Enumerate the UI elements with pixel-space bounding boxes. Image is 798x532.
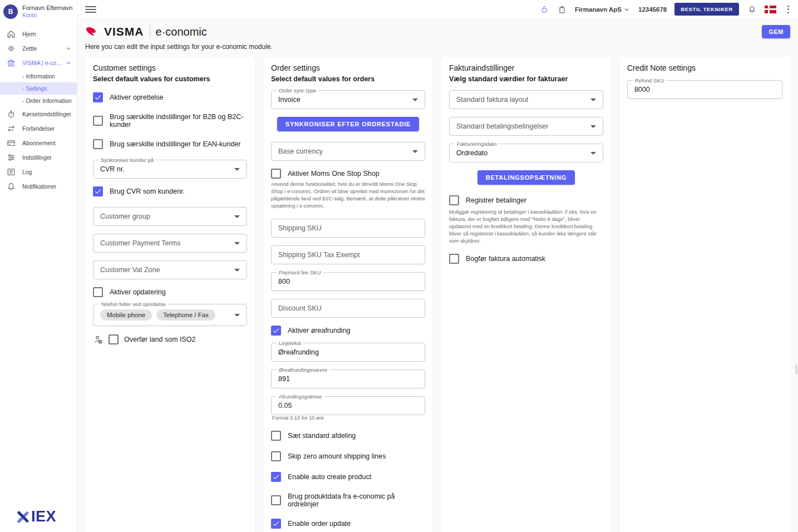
checkbox-aktiver-oreafrunding[interactable]: Aktiver øreafrunding [271,326,425,336]
checkbox-unchecked-icon[interactable] [449,254,459,264]
checkbox-checked-icon[interactable] [271,472,281,482]
checkbox-aktiver-opdatering[interactable]: Aktiver opdatering [93,287,247,297]
checkbox-moms-one-stop-shop[interactable]: Aktiver Moms One Stop Shop [271,169,425,179]
order-sync-type-select[interactable]: Order sync type Invoice [271,90,425,109]
sidebar-item-koerselsindstillinger[interactable]: Kørselsindstillinger [0,107,77,121]
sidebar-item-abonnement[interactable]: Abonnement [0,136,77,150]
shipping-sku-input[interactable] [271,219,425,238]
chevron-down-icon [65,45,72,52]
sidebar-item-forbindelser[interactable]: Forbindelser [0,121,77,136]
field-label: Afrundingsgrænse [277,393,324,400]
checkbox-skip-zero-shipping[interactable]: Skip zero amount shipping lines [271,451,425,461]
checkbox-unchecked-icon[interactable] [93,287,103,297]
checkbox-order-update[interactable]: Enable order update [271,519,425,529]
checkbox-label: Sæt standard afdeling [288,432,356,440]
checkbox-aktiver-oprettelse[interactable]: Aktiver oprettelse [93,92,247,102]
faktureringsdato-select[interactable]: Faktureringsdato Ordredato [449,144,603,162]
checkbox-checked-icon[interactable] [271,326,281,336]
lock-icon[interactable] [539,4,549,14]
kebab-menu-icon[interactable] [784,4,792,14]
refund-sku-input[interactable]: Refund SKU [627,80,782,99]
checkbox-ean-kunder[interactable]: Brug særskilte indstillinger for EAN-kun… [93,139,247,149]
menu-icon[interactable] [85,6,96,13]
sidebar-subitem-order-information[interactable]: - Order Information [0,95,77,107]
company-name: Firmanavn ApS [575,6,622,13]
checkbox-auto-create-product[interactable]: Enable auto create product [271,472,425,482]
field-placeholder: Base currency [278,147,323,155]
bestil-tekniker-button[interactable]: BESTIL TEKNIKER [674,3,739,16]
checkbox-unchecked-icon[interactable] [93,116,103,126]
user-block[interactable]: B Fornavn Efternavn Konto [0,0,77,23]
company-selector[interactable]: Firmanavn ApS [575,6,630,13]
sidebar-item-notifikationer[interactable]: Notifikationer [0,179,77,194]
checkbox-checked-icon[interactable] [271,519,281,529]
customer-vat-zone-select[interactable]: Customer Vat Zone [93,260,247,279]
chip-telephone-fax[interactable]: Telephone / Fax [156,309,215,321]
betalingsbetingelser-select[interactable]: Standard betalingsbetingelser [449,117,603,136]
checkbox-unchecked-icon[interactable] [109,334,119,344]
chip-mobile-phone[interactable]: Mobile phone [100,309,152,321]
checkbox-checked-icon[interactable] [93,186,103,196]
linjetekst-input[interactable]: Linjetekst [271,343,425,362]
sidebar-item-indstillinger[interactable]: Indstillinger [0,150,77,165]
sidebar-subitem-settings[interactable]: - Settings [0,82,77,95]
dropdown-arrow-icon [590,98,596,101]
shipping-sku-field[interactable] [278,219,408,237]
card-title: Fakturaindstillinger [449,63,603,72]
checkbox-bogfoer-automatisk[interactable]: Bogfør faktura automatisk [449,254,603,264]
afrundingsgraense-input[interactable]: Afrundingsgrænse [271,396,425,415]
customer-group-select[interactable]: Customer group [93,207,247,226]
dropdown-arrow-icon [234,314,240,317]
checkbox-produktdata[interactable]: Brug produktdata fra e-conomic på ordrel… [271,492,425,508]
payment-fee-sku-input[interactable]: Payment fee SKU [271,272,425,291]
topbar: Firmanavn ApS 12345678 BESTIL TEKNIKER [77,0,798,18]
avatar[interactable]: B [3,4,18,19]
clipboard-icon[interactable] [557,4,567,14]
checkbox-unchecked-icon[interactable] [93,139,103,149]
synkroniser-ordrestadie-button[interactable]: SYNKRONISER EFTER ORDRESTADIE [277,117,419,131]
checkbox-unchecked-icon[interactable] [449,195,459,205]
sidebar-subitem-information[interactable]: - Information [0,70,77,82]
checkbox-unchecked-icon[interactable] [271,495,281,505]
customer-payment-terms-select[interactable]: Customer Payment Terms [93,234,247,253]
checkbox-unchecked-icon[interactable] [271,451,281,461]
bank-icon [6,57,17,68]
checkbox-unchecked-icon[interactable] [271,431,281,441]
checkbox-b2b-b2c[interactable]: Brug særskilte indstillinger for B2B og … [93,113,247,129]
sync-customers-select[interactable]: Synkroniser kunder på CVR nr. [93,160,247,179]
checkbox-label: Brug CVR som kundenr. [110,188,185,195]
bell-icon[interactable] [747,4,757,14]
shipping-sku-tax-exempt-field[interactable] [278,246,408,264]
checkbox-cvr-kundenr[interactable]: Brug CVR som kundenr. [93,186,247,196]
phone-fields-select[interactable]: Telefon felter ved oprettelse Mobile pho… [93,304,247,326]
sidebar-item-log[interactable]: Log [0,165,77,179]
scrollbar-thumb[interactable] [795,364,797,375]
discount-sku-input[interactable] [271,299,425,318]
danish-flag-icon[interactable] [765,6,776,13]
checkbox-label: Aktiver oprettelse [110,93,164,101]
field-placeholder: Customer group [100,213,150,220]
checkbox-unchecked-icon[interactable] [271,169,281,179]
sidebar-item-hjem[interactable]: Hjem [0,27,77,41]
base-currency-select[interactable]: Base currency [271,142,425,161]
card-subtitle: Vælg standard værdier for fakturaer [449,75,603,83]
betalingsopsaetning-button[interactable]: BETALINGSOPSÆTNING [477,170,575,185]
faktura-layout-select[interactable]: Standard faktura layout [449,90,603,109]
sidebar-item-visma-economic[interactable]: VISMA | e-conomic [0,56,77,70]
checkbox-registrer-betalinger[interactable]: Registrer betalinger [449,195,603,205]
sidebar-item-zettle[interactable]: Zettle [0,41,77,56]
card-icon [6,137,17,149]
save-button[interactable]: GEM [762,25,790,38]
account-link[interactable]: Konto [22,12,73,19]
invoice-settings-card: Fakturaindstillinger Vælg standard værdi… [441,57,611,532]
field-value: CVR nr. [100,165,125,173]
checkbox-label: Brug særskilte indstillinger for B2B og … [110,113,247,129]
shipping-sku-tax-exempt-input[interactable] [271,245,425,264]
card-title: Credit Note settings [627,63,782,72]
checkbox-standard-afdeling[interactable]: Sæt standard afdeling [271,431,425,441]
discount-sku-field[interactable] [278,299,408,317]
card-subtitle: Select default values for orders [271,75,425,83]
oreafrundingsvarenr-input[interactable]: Øreafrundingsvarenr [271,370,425,388]
checkbox-checked-icon[interactable] [93,92,103,102]
brand-product: e·conomic [156,26,207,38]
